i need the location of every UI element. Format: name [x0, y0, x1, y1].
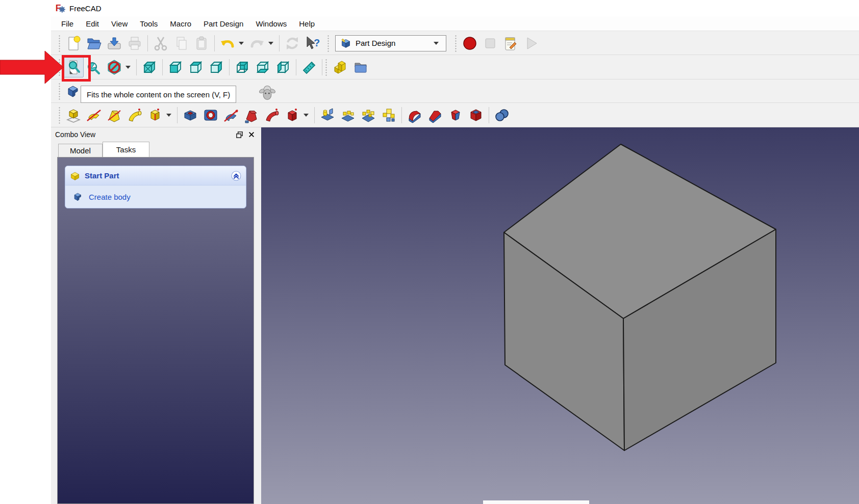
- chamfer-button[interactable]: [425, 105, 445, 125]
- menu-help[interactable]: Help: [293, 17, 321, 30]
- boolean-operation-button[interactable]: [492, 105, 512, 125]
- new-file-icon: [65, 35, 82, 51]
- macro-stop-button[interactable]: [480, 33, 500, 54]
- undo-button[interactable]: [217, 33, 238, 54]
- measure-distance-button[interactable]: [299, 57, 319, 77]
- measure-distance-icon: [301, 59, 317, 75]
- undo-dropdown-arrow[interactable]: [239, 42, 244, 45]
- multitransform-button[interactable]: [378, 105, 399, 125]
- new-file-button[interactable]: [63, 33, 84, 54]
- groove-button[interactable]: [221, 105, 241, 125]
- fillet-button[interactable]: [405, 105, 425, 125]
- menu-view[interactable]: View: [105, 17, 134, 30]
- subtractive-helix-button[interactable]: [282, 105, 302, 125]
- additive-helix-icon: [147, 107, 163, 123]
- tasks-panel: Start Part Create body: [57, 157, 254, 504]
- combo-view-titlebar[interactable]: Combo View: [51, 127, 260, 142]
- cut-button[interactable]: [150, 33, 171, 54]
- subtractive-pipe-button[interactable]: [262, 105, 282, 125]
- macro-edit-button[interactable]: [500, 33, 521, 54]
- toolbar-handle[interactable]: [58, 83, 61, 100]
- hole-button[interactable]: [200, 105, 221, 125]
- fillet-icon: [407, 107, 423, 123]
- thickness-button[interactable]: [466, 105, 486, 125]
- workbench-icon: [340, 37, 352, 49]
- front-view-button[interactable]: [165, 57, 186, 77]
- tab-model[interactable]: Model: [58, 144, 103, 157]
- window-title: FreeCAD: [69, 4, 102, 13]
- draw-style-dropdown-arrow[interactable]: [125, 66, 131, 69]
- refresh-button[interactable]: [282, 33, 302, 54]
- rear-view-button[interactable]: [232, 57, 252, 77]
- thickness-icon: [468, 107, 484, 123]
- menu-file[interactable]: File: [55, 17, 80, 30]
- print-button[interactable]: [124, 33, 145, 54]
- tab-tasks[interactable]: Tasks: [103, 142, 149, 157]
- bottom-view-icon: [255, 59, 271, 75]
- right-view-button[interactable]: [206, 57, 226, 77]
- redo-button[interactable]: [247, 33, 267, 54]
- additive-pipe-button[interactable]: [124, 105, 145, 125]
- revolution-button[interactable]: [84, 105, 104, 125]
- toolbar-handle[interactable]: [325, 59, 327, 76]
- pad-button[interactable]: [63, 105, 84, 125]
- menu-windows[interactable]: Windows: [249, 17, 293, 30]
- mirrored-button[interactable]: [317, 105, 338, 125]
- revolution-icon: [86, 107, 102, 123]
- float-panel-button[interactable]: [235, 130, 244, 139]
- subtractive-loft-button[interactable]: [241, 105, 262, 125]
- start-part-title: Start Part: [85, 171, 231, 180]
- menu-part-design[interactable]: Part Design: [197, 17, 249, 30]
- svg-text:?: ?: [314, 37, 320, 48]
- polar-pattern-button[interactable]: [358, 105, 378, 125]
- create-part-button[interactable]: [330, 57, 350, 77]
- paste-button[interactable]: [191, 33, 212, 54]
- menu-tools[interactable]: Tools: [134, 17, 164, 30]
- freecad-window: F FreeCAD File Edit View Tools Macro Par…: [51, 0, 859, 504]
- linear-pattern-button[interactable]: [338, 105, 358, 125]
- toolbar-separator: [314, 107, 315, 123]
- redo-dropdown-arrow[interactable]: [268, 42, 273, 45]
- additive-loft-button[interactable]: [104, 105, 124, 125]
- draft-button[interactable]: [445, 105, 466, 125]
- 3d-viewport[interactable]: [261, 127, 859, 504]
- axonometric-view-button[interactable]: [139, 57, 160, 77]
- collapse-section-icon[interactable]: [231, 170, 242, 181]
- subtractive-pipe-icon: [264, 107, 280, 123]
- macro-play-button[interactable]: [521, 33, 541, 54]
- additive-dropdown-arrow[interactable]: [166, 114, 171, 117]
- bottom-view-button[interactable]: [252, 57, 273, 77]
- open-file-icon: [86, 35, 102, 51]
- start-part-header[interactable]: Start Part: [65, 166, 246, 185]
- close-panel-button[interactable]: [247, 130, 256, 139]
- left-view-button[interactable]: [273, 57, 293, 77]
- menu-edit[interactable]: Edit: [80, 17, 105, 30]
- linear-pattern-icon: [340, 107, 356, 123]
- toolbar-handle[interactable]: [58, 107, 61, 124]
- toolbar-separator: [229, 59, 230, 75]
- additive-helix-button[interactable]: [145, 105, 165, 125]
- create-body-task-item[interactable]: Create body: [65, 185, 246, 208]
- copy-button[interactable]: [171, 33, 191, 54]
- workbench-dropdown-arrow: [434, 42, 439, 45]
- toolbar-handle[interactable]: [327, 35, 330, 52]
- pocket-button[interactable]: [180, 105, 200, 125]
- whats-this-icon: ?: [305, 35, 321, 51]
- workbench-selector[interactable]: Part Design: [335, 35, 446, 51]
- menu-macro[interactable]: Macro: [164, 17, 197, 30]
- draw-style-button[interactable]: [104, 57, 124, 77]
- open-file-button[interactable]: [84, 33, 104, 54]
- draft-icon: [447, 107, 464, 123]
- create-group-button[interactable]: [350, 57, 371, 77]
- subtractive-dropdown-arrow[interactable]: [304, 114, 309, 117]
- create-body-icon: [72, 191, 84, 202]
- top-view-button[interactable]: [186, 57, 206, 77]
- macro-record-button[interactable]: [460, 33, 480, 54]
- save-file-button[interactable]: [104, 33, 124, 54]
- combo-view-panel: Combo View Model Tasks Start Part: [51, 127, 260, 504]
- toolbar-handle[interactable]: [454, 35, 457, 52]
- whats-this-button[interactable]: ?: [302, 33, 323, 54]
- toolbar-separator: [177, 107, 178, 123]
- toolbar-separator: [147, 35, 148, 51]
- freecad-logo-icon: F: [55, 3, 65, 13]
